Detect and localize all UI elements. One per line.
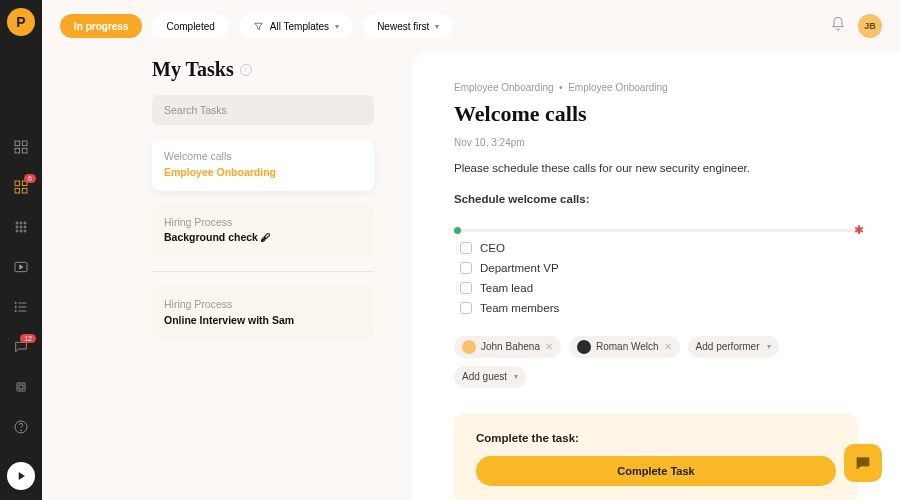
tasks-icon[interactable]: 6 xyxy=(12,178,30,196)
user-avatar[interactable]: JB xyxy=(858,14,882,38)
task-body: Please schedule these calls for our new … xyxy=(454,160,858,209)
avatar-icon xyxy=(462,340,476,354)
checklist: CEO Department VP Team lead Team members xyxy=(460,242,858,314)
svg-rect-25 xyxy=(19,385,23,389)
filter-templates[interactable]: All Templates▾ xyxy=(239,14,353,38)
check-item[interactable]: Department VP xyxy=(460,262,858,274)
main-area: In progress Completed All Templates▾ New… xyxy=(42,0,900,500)
task-date: Nov 10, 3:24pm xyxy=(454,137,858,148)
svg-point-13 xyxy=(24,226,26,228)
svg-point-12 xyxy=(20,226,22,228)
task-title: Welcome calls xyxy=(454,101,858,127)
svg-point-14 xyxy=(16,230,18,232)
info-icon[interactable]: i xyxy=(240,64,252,76)
svg-rect-0 xyxy=(15,141,20,146)
check-item[interactable]: CEO xyxy=(460,242,858,254)
cpu-icon[interactable] xyxy=(12,378,30,396)
progress-bar: ✱ xyxy=(454,229,858,232)
grid-icon[interactable] xyxy=(12,218,30,236)
chat-badge: 12 xyxy=(20,334,36,343)
complete-task-button[interactable]: Complete Task xyxy=(476,456,836,486)
add-performer-button[interactable]: Add performer▾ xyxy=(688,336,779,358)
dashboard-icon[interactable] xyxy=(12,138,30,156)
filter-newest[interactable]: Newest first▾ xyxy=(363,14,453,38)
chevron-down-icon: ▾ xyxy=(767,342,771,351)
chevron-down-icon: ▾ xyxy=(435,22,439,31)
filter-completed[interactable]: Completed xyxy=(152,14,228,38)
task-card[interactable]: Hiring Process Online Interview with Sam xyxy=(152,287,374,339)
filter-icon xyxy=(253,21,264,32)
svg-point-11 xyxy=(16,226,18,228)
progress-dot xyxy=(454,227,461,234)
task-card[interactable]: Hiring Process Background check 🖋 xyxy=(152,205,374,257)
add-guest-button[interactable]: Add guest▾ xyxy=(454,366,526,388)
svg-rect-24 xyxy=(17,383,25,391)
performer-chips: John Bahena✕ Roman Welch✕ Add performer▾… xyxy=(454,336,858,388)
svg-point-10 xyxy=(24,222,26,224)
check-item[interactable]: Team lead xyxy=(460,282,858,294)
breadcrumb: Employee Onboarding • Employee Onboardin… xyxy=(454,82,858,93)
svg-rect-6 xyxy=(15,188,20,193)
svg-point-21 xyxy=(15,302,16,303)
performer-chip[interactable]: Roman Welch✕ xyxy=(569,336,680,358)
svg-point-15 xyxy=(20,230,22,232)
media-icon[interactable] xyxy=(12,258,30,276)
task-list: My Tasksi Search Tasks Welcome calls Emp… xyxy=(152,52,374,500)
brand-logo[interactable]: P xyxy=(7,8,35,36)
help-fab[interactable] xyxy=(844,444,882,482)
svg-rect-3 xyxy=(22,148,27,153)
svg-point-27 xyxy=(21,430,22,431)
complete-label: Complete the task: xyxy=(476,432,836,444)
required-star-icon: ✱ xyxy=(854,223,864,237)
divider xyxy=(152,271,374,272)
svg-point-16 xyxy=(24,230,26,232)
chevron-down-icon: ▾ xyxy=(514,372,518,381)
svg-point-22 xyxy=(15,306,16,307)
search-input[interactable]: Search Tasks xyxy=(152,95,374,125)
avatar-icon xyxy=(577,340,591,354)
task-card[interactable]: Welcome calls Employee Onboarding xyxy=(152,139,374,191)
svg-point-9 xyxy=(20,222,22,224)
check-item[interactable]: Team members xyxy=(460,302,858,314)
close-icon[interactable]: ✕ xyxy=(545,341,553,352)
checkbox-icon[interactable] xyxy=(460,262,472,274)
checkbox-icon[interactable] xyxy=(460,282,472,294)
help-icon[interactable] xyxy=(12,418,30,436)
complete-box: Complete the task: Complete Task xyxy=(454,414,858,501)
svg-rect-1 xyxy=(22,141,27,146)
checkbox-icon[interactable] xyxy=(460,302,472,314)
bell-icon[interactable] xyxy=(830,16,846,36)
close-icon[interactable]: ✕ xyxy=(664,341,672,352)
detail-panel: Employee Onboarding • Employee Onboardin… xyxy=(412,52,900,500)
filter-in-progress[interactable]: In progress xyxy=(60,14,142,38)
page-title: My Tasks xyxy=(152,58,234,81)
svg-rect-4 xyxy=(15,181,20,186)
list-icon[interactable] xyxy=(12,298,30,316)
svg-rect-7 xyxy=(22,188,27,193)
checkbox-icon[interactable] xyxy=(460,242,472,254)
performer-chip[interactable]: John Bahena✕ xyxy=(454,336,561,358)
chat-icon[interactable]: 12 xyxy=(12,338,30,356)
tasks-badge: 6 xyxy=(24,174,36,183)
svg-rect-2 xyxy=(15,148,20,153)
svg-point-8 xyxy=(16,222,18,224)
play-icon[interactable] xyxy=(7,462,35,490)
content: My Tasksi Search Tasks Welcome calls Emp… xyxy=(42,52,900,500)
svg-point-23 xyxy=(15,310,16,311)
nav-rail: P 6 12 xyxy=(0,0,42,500)
topbar: In progress Completed All Templates▾ New… xyxy=(42,0,900,52)
chevron-down-icon: ▾ xyxy=(335,22,339,31)
